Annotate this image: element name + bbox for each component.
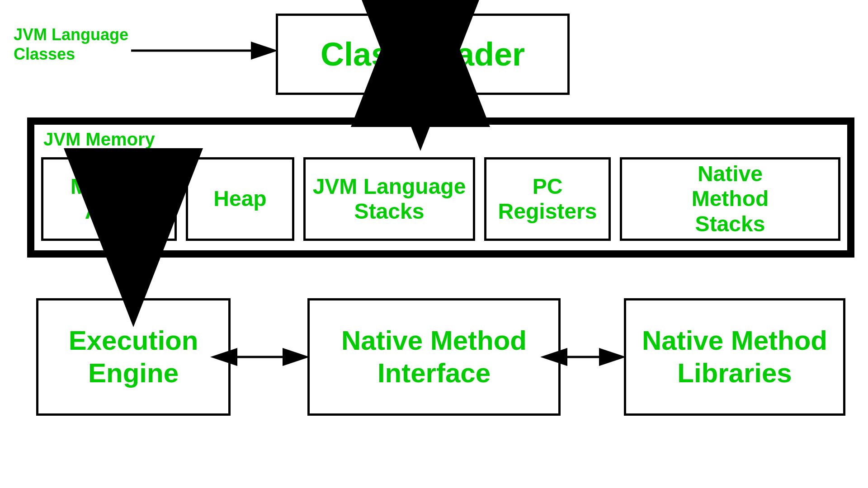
heap-box: Heap bbox=[186, 157, 294, 241]
pc-registers-label: PCRegisters bbox=[498, 174, 597, 224]
jvm-stacks-label: JVM LanguageStacks bbox=[313, 174, 466, 224]
native-stacks-label: NativeMethodStacks bbox=[692, 161, 769, 236]
method-area-box: MethodArea bbox=[41, 157, 177, 241]
diagram-container: JVM Language Classes Class Loader JVM Me… bbox=[0, 0, 868, 488]
native-method-libraries-box: Native MethodLibraries bbox=[624, 298, 845, 416]
memory-boxes-row: MethodArea Heap JVM LanguageStacks PCReg… bbox=[34, 152, 847, 250]
jvm-language-classes-label: JVM Language Classes bbox=[14, 25, 128, 64]
execution-engine-box: ExecutionEngine bbox=[36, 298, 231, 416]
native-stacks-box: NativeMethodStacks bbox=[620, 157, 840, 241]
class-loader-label: Class Loader bbox=[321, 36, 525, 73]
native-method-libraries-label: Native MethodLibraries bbox=[642, 324, 827, 389]
native-method-interface-label: Native MethodInterface bbox=[341, 324, 527, 389]
execution-engine-label: ExecutionEngine bbox=[69, 324, 198, 389]
jvm-memory-title: JVM Memory bbox=[34, 125, 847, 152]
jvm-memory-box: JVM Memory MethodArea Heap JVM LanguageS… bbox=[27, 117, 854, 258]
pc-registers-box: PCRegisters bbox=[484, 157, 611, 241]
method-area-label: MethodArea bbox=[71, 174, 148, 224]
class-loader-box: Class Loader bbox=[276, 14, 570, 95]
jvm-memory-inner: JVM Memory MethodArea Heap JVM LanguageS… bbox=[34, 125, 847, 250]
native-method-interface-box: Native MethodInterface bbox=[307, 298, 561, 416]
heap-label: Heap bbox=[213, 186, 266, 211]
jvm-stacks-box: JVM LanguageStacks bbox=[303, 157, 475, 241]
